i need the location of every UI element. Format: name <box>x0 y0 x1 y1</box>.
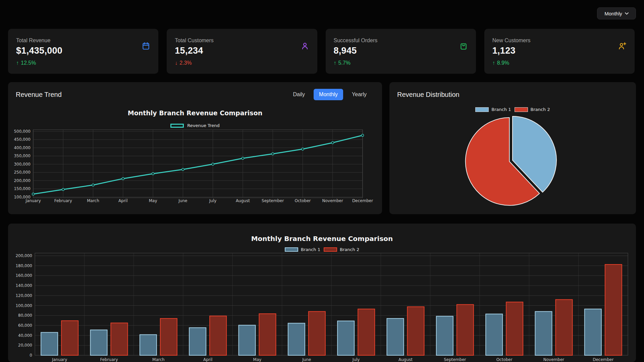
stat-card-new-customers: New Customers 1,123 ↑8.9% <box>484 29 635 74</box>
stat-card-label: Total Revenue <box>16 38 149 44</box>
svg-text:June: June <box>302 357 311 362</box>
stat-card-label: Total Customers <box>175 38 308 44</box>
svg-text:200,000: 200,000 <box>15 253 32 258</box>
stat-card-label: New Customers <box>492 38 625 44</box>
stat-card-value: 8,945 <box>334 46 467 56</box>
stat-card-total-revenue: Total Revenue $1,435,000 ↑12.5% <box>8 29 158 74</box>
svg-text:February: February <box>100 357 118 362</box>
svg-text:140,000: 140,000 <box>15 283 32 288</box>
arrow-up-icon: ↑ <box>492 60 495 66</box>
svg-text:October: October <box>496 357 513 362</box>
svg-text:180,000: 180,000 <box>15 263 32 268</box>
svg-text:60,000: 60,000 <box>18 323 32 328</box>
timeframe-select-value: Monthly <box>604 11 622 16</box>
stat-card-total-customers: Total Customers 15,234 ↓2.3% <box>167 29 317 74</box>
svg-text:May: May <box>149 198 157 203</box>
svg-text:November: November <box>322 198 343 203</box>
svg-text:July: July <box>209 198 217 203</box>
svg-text:20,000: 20,000 <box>18 343 32 348</box>
stat-card-delta: ↑5.7% <box>334 60 467 66</box>
stat-card-delta: ↑8.9% <box>492 60 625 66</box>
svg-text:March: March <box>152 357 165 362</box>
stat-card-delta: ↓2.3% <box>175 60 308 66</box>
svg-text:April: April <box>203 357 212 362</box>
svg-text:160,000: 160,000 <box>15 273 32 278</box>
revenue-trend-line-chart: JanuaryFebruaryMarchAprilMayJuneJulyAugu… <box>8 82 382 214</box>
svg-text:450,000: 450,000 <box>14 137 31 142</box>
arrow-up-icon: ↑ <box>16 60 19 66</box>
timeframe-select[interactable]: Monthly <box>597 7 636 19</box>
arrow-down-icon: ↓ <box>175 60 177 66</box>
svg-text:100,000: 100,000 <box>14 195 31 199</box>
svg-text:150,000: 150,000 <box>14 186 31 191</box>
arrow-up-icon: ↑ <box>334 60 336 66</box>
stat-card-label: Successful Orders <box>334 38 467 44</box>
stat-card-value: $1,435,000 <box>16 46 149 56</box>
svg-text:350,000: 350,000 <box>14 154 31 158</box>
svg-text:December: December <box>352 198 373 203</box>
svg-text:500,000: 500,000 <box>14 129 31 134</box>
svg-text:October: October <box>294 198 311 203</box>
svg-text:0: 0 <box>30 353 32 358</box>
svg-text:100,000: 100,000 <box>15 303 32 308</box>
svg-text:200,000: 200,000 <box>14 178 31 183</box>
svg-text:June: June <box>178 198 187 203</box>
svg-text:November: November <box>543 357 564 362</box>
svg-text:August: August <box>236 198 250 203</box>
svg-text:80,000: 80,000 <box>18 313 32 318</box>
stat-cards-row: Total Revenue $1,435,000 ↑12.5% Total Cu… <box>8 29 635 74</box>
monthly-comparison-panel: Monthly Branch Revenue Comparison Branch… <box>8 224 636 362</box>
calendar-icon <box>142 42 150 50</box>
svg-text:120,000: 120,000 <box>15 293 32 298</box>
svg-text:September: September <box>262 198 284 203</box>
stat-card-successful-orders: Successful Orders 8,945 ↑5.7% <box>326 29 476 74</box>
svg-text:May: May <box>253 357 262 362</box>
stat-card-delta: ↑12.5% <box>16 60 149 66</box>
svg-text:July: July <box>352 357 360 362</box>
revenue-trend-panel: Revenue Trend Daily Monthly Yearly Month… <box>8 82 382 214</box>
shopping-bag-icon <box>459 42 468 50</box>
svg-text:March: March <box>87 198 99 203</box>
monthly-branch-bar-chart: 020,00040,00060,00080,000100,000120,0001… <box>8 224 636 362</box>
stat-card-value: 1,123 <box>492 46 625 56</box>
svg-text:250,000: 250,000 <box>14 170 31 175</box>
svg-text:400,000: 400,000 <box>14 145 31 150</box>
svg-text:40,000: 40,000 <box>18 333 32 338</box>
revenue-distribution-panel: Revenue Distribution Branch 1 Branch 2 <box>389 82 636 214</box>
svg-text:December: December <box>593 357 613 362</box>
revenue-distribution-pie-chart <box>389 82 636 214</box>
chevron-down-icon <box>625 12 629 15</box>
svg-text:September: September <box>444 357 466 362</box>
user-plus-icon <box>618 42 627 50</box>
svg-text:February: February <box>54 198 72 203</box>
user-icon <box>301 42 309 50</box>
svg-text:300,000: 300,000 <box>14 162 31 167</box>
svg-text:January: January <box>52 357 67 362</box>
stat-card-value: 15,234 <box>175 46 308 56</box>
svg-text:April: April <box>118 198 127 203</box>
svg-text:August: August <box>398 357 413 362</box>
